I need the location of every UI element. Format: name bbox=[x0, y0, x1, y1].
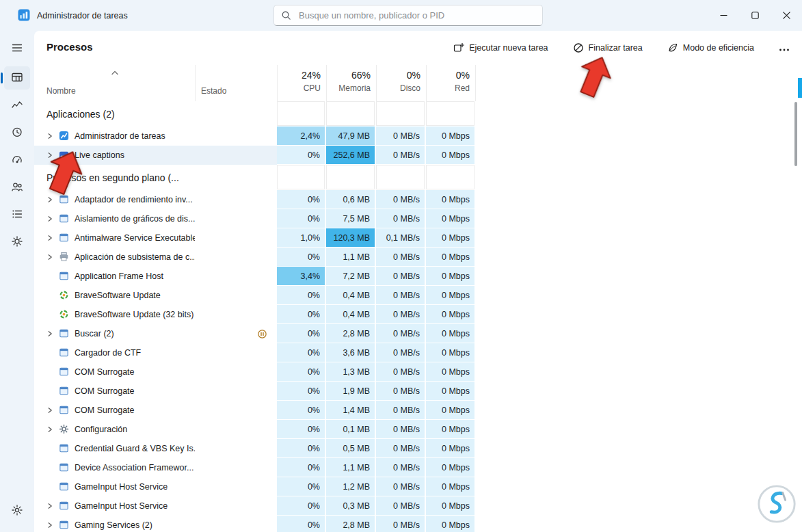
sidebar-item-settings[interactable] bbox=[4, 499, 30, 522]
startup-icon bbox=[11, 153, 23, 168]
cpu-cell: 0% bbox=[277, 343, 326, 362]
status-cell bbox=[195, 228, 277, 248]
sidebar-item-services[interactable] bbox=[4, 230, 30, 254]
group-header-row[interactable]: Procesos en segundo plano (... bbox=[34, 165, 476, 190]
process-row[interactable]: Gaming Services (2)0%2,8 MB0 MB/s0 Mbps bbox=[34, 516, 476, 532]
process-row[interactable]: Administrador de tareas2,4%47,9 MB0 MB/s… bbox=[34, 127, 476, 146]
search-box[interactable] bbox=[273, 5, 543, 26]
status-cell bbox=[195, 324, 277, 343]
column-header-cpu[interactable]: 24% CPU bbox=[277, 65, 326, 101]
name-cell: Aplicación de subsistema de c... bbox=[34, 248, 195, 267]
disk-cell bbox=[376, 165, 426, 190]
status-cell bbox=[195, 477, 277, 496]
status-cell bbox=[195, 420, 277, 439]
network-cell: 0 Mbps bbox=[426, 146, 476, 165]
network-cell: 0 Mbps bbox=[426, 458, 476, 477]
process-row[interactable]: Credential Guard & VBS Key Is...0%0,5 MB… bbox=[34, 439, 476, 458]
group-header-row[interactable]: Aplicaciones (2) bbox=[34, 101, 476, 127]
sidebar-item-processes[interactable] bbox=[4, 66, 30, 90]
expand-chevron-icon[interactable] bbox=[46, 522, 58, 529]
process-row[interactable]: Antimalware Service Executable1,0%120,3 … bbox=[34, 228, 476, 248]
table-header: Nombre Estado 24% CPU 66% Memoria 0% Dis… bbox=[34, 65, 802, 101]
close-button[interactable] bbox=[771, 0, 802, 30]
expand-chevron-icon[interactable] bbox=[46, 235, 58, 241]
cpu-cell: 0% bbox=[277, 458, 326, 477]
network-cell: 0 Mbps bbox=[426, 228, 476, 248]
expand-chevron-icon[interactable] bbox=[46, 426, 58, 433]
column-header-red[interactable]: 0% Red bbox=[426, 65, 476, 101]
column-header-memoria[interactable]: 66% Memoria bbox=[326, 65, 376, 101]
process-row[interactable]: BraveSoftware Update0%0,4 MB0 MB/s0 Mbps bbox=[34, 286, 476, 305]
process-row[interactable]: Aislamiento de gráficos de dis...0%7,5 M… bbox=[34, 209, 476, 228]
minimize-button[interactable] bbox=[708, 0, 739, 30]
status-cell bbox=[195, 127, 277, 146]
more-options-button[interactable] bbox=[775, 38, 794, 59]
process-row[interactable]: Application Frame Host3,4%7,2 MB0 MB/s0 … bbox=[34, 267, 476, 286]
memory-total-percent: 66% bbox=[351, 70, 371, 81]
memory-cell: 0,5 MB bbox=[326, 439, 376, 458]
window-icon bbox=[59, 213, 70, 224]
efficiency-mode-button[interactable]: Modo de eficiencia bbox=[663, 38, 758, 57]
process-row[interactable]: Buscar (2)0%2,8 MB0 MB/s0 Mbps bbox=[34, 324, 476, 343]
status-cell bbox=[195, 101, 277, 127]
column-header-disco[interactable]: 0% Disco bbox=[376, 65, 426, 101]
process-row[interactable]: Configuración0%0,1 MB0 MB/s0 Mbps bbox=[34, 420, 476, 439]
name-cell: COM Surrogate bbox=[34, 401, 195, 420]
end-task-button[interactable]: Finalizar tarea bbox=[569, 38, 647, 57]
disk-cell: 0 MB/s bbox=[376, 420, 426, 439]
window-controls bbox=[708, 0, 802, 30]
expand-chevron-icon[interactable] bbox=[46, 503, 58, 509]
task-manager-window: Administrador de tareas bbox=[0, 0, 802, 532]
window-title: Administrador de tareas bbox=[37, 11, 128, 21]
titlebar: Administrador de tareas bbox=[0, 0, 802, 31]
column-header-nombre[interactable]: Nombre bbox=[34, 65, 195, 101]
expand-chevron-icon[interactable] bbox=[46, 133, 58, 139]
sidebar-item-details[interactable] bbox=[4, 203, 30, 226]
taskmgr-icon bbox=[59, 131, 70, 142]
process-name: Application Frame Host bbox=[75, 271, 163, 281]
process-row[interactable]: Cargador de CTF0%3,6 MB0 MB/s0 Mbps bbox=[34, 343, 476, 362]
run-new-task-button[interactable]: Ejecutar nueva tarea bbox=[449, 38, 552, 57]
process-row[interactable]: COM Surrogate0%1,3 MB0 MB/s0 Mbps bbox=[34, 362, 476, 382]
expand-chevron-icon[interactable] bbox=[46, 330, 58, 337]
leaf-icon bbox=[667, 42, 678, 53]
window-icon bbox=[59, 405, 70, 416]
process-row[interactable]: COM Surrogate0%1,4 MB0 MB/s0 Mbps bbox=[34, 401, 476, 420]
memory-cell bbox=[326, 165, 376, 190]
process-row[interactable]: Adaptador de rendimiento inv...0%0,6 MB0… bbox=[34, 190, 476, 209]
expand-chevron-icon[interactable] bbox=[46, 407, 58, 414]
process-row[interactable]: Live captions0%252,6 MB0 MB/s0 Mbps bbox=[34, 146, 476, 165]
disk-cell: 0 MB/s bbox=[376, 127, 426, 146]
name-cell: GameInput Host Service bbox=[34, 477, 195, 496]
process-row[interactable]: Device Association Framewor...0%1,1 MB0 … bbox=[34, 458, 476, 477]
cpu-cell: 0% bbox=[277, 362, 326, 382]
process-name: Credential Guard & VBS Key Is... bbox=[75, 444, 195, 453]
memory-cell: 3,6 MB bbox=[326, 343, 376, 362]
memory-cell: 47,9 MB bbox=[326, 127, 376, 146]
sidebar-item-users[interactable] bbox=[4, 176, 30, 199]
sidebar-item-performance[interactable] bbox=[4, 94, 30, 117]
process-name: GameInput Host Service bbox=[75, 501, 168, 511]
process-row[interactable]: GameInput Host Service0%1,2 MB0 MB/s0 Mb… bbox=[34, 477, 476, 496]
expand-chevron-icon[interactable] bbox=[46, 215, 58, 222]
cpu-cell: 0% bbox=[277, 324, 326, 343]
cpu-total-percent: 24% bbox=[302, 70, 321, 81]
maximize-button[interactable] bbox=[739, 0, 771, 30]
process-row[interactable]: Aplicación de subsistema de c...0%1,1 MB… bbox=[34, 248, 476, 267]
vertical-scrollbar[interactable] bbox=[794, 102, 797, 166]
search-input[interactable] bbox=[297, 10, 535, 21]
process-row[interactable]: COM Surrogate0%1,9 MB0 MB/s0 Mbps bbox=[34, 382, 476, 401]
network-cell: 0 Mbps bbox=[426, 209, 476, 228]
nav-menu-button[interactable] bbox=[4, 37, 30, 60]
sidebar-item-app-history[interactable] bbox=[4, 121, 30, 144]
app-history-icon bbox=[11, 126, 23, 140]
process-row[interactable]: BraveSoftware Update (32 bits)0%0,4 MB0 … bbox=[34, 305, 476, 324]
sidebar-item-startup-apps[interactable] bbox=[4, 148, 30, 172]
column-header-estado[interactable]: Estado bbox=[195, 65, 277, 101]
process-row[interactable]: GameInput Host Service0%0,3 MB0 MB/s0 Mb… bbox=[34, 496, 476, 516]
sidebar bbox=[0, 31, 34, 532]
expand-chevron-icon[interactable] bbox=[46, 196, 58, 203]
expand-chevron-icon[interactable] bbox=[46, 254, 58, 261]
status-cell bbox=[195, 382, 277, 401]
hamburger-icon bbox=[11, 42, 23, 56]
